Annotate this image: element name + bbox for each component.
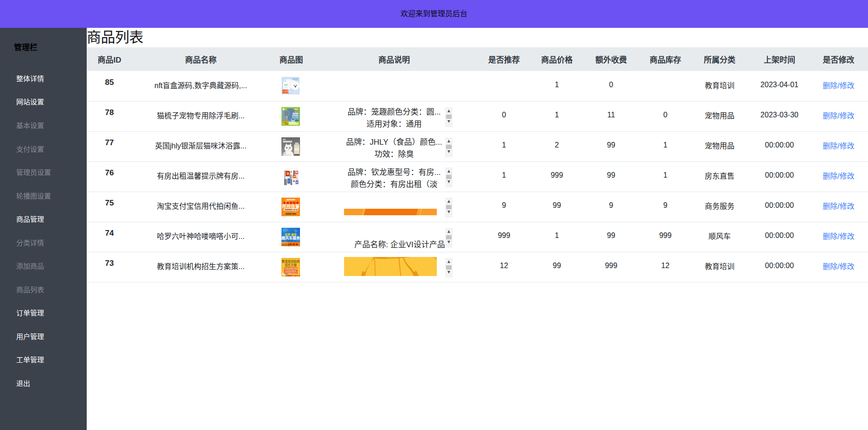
svg-text:老门面试听课转化率高: 老门面试听课转化率高 [284,267,297,269]
svg-text:三大招生方案任选: 三大招生方案任选 [286,270,296,271]
svg-text:邦邦信誉: 邦邦信誉 [282,204,300,209]
svg-text:500ml: 500ml [283,93,287,95]
svg-text:招生方案: 招生方案 [285,263,297,267]
svg-text:6.3: 6.3 [285,122,288,125]
svg-text:掉毛: 掉毛 [293,92,297,95]
svg-text:顺风车服务: 顺风车服务 [281,235,300,240]
svg-text:实现招生 解决生源: 实现招生 解决生源 [287,274,300,276]
svg-text:全天在线: 全天在线 [281,243,290,246]
